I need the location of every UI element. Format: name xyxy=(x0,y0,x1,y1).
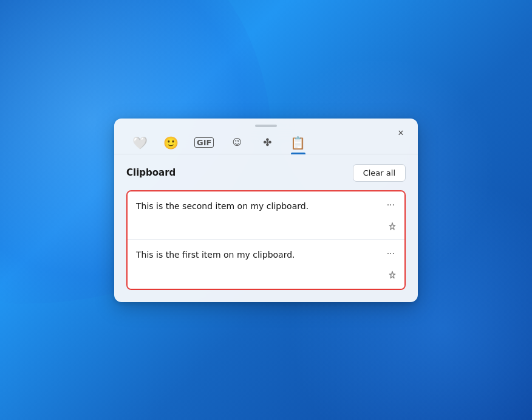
clipboard-items-container: This is the second item on my clipboard.… xyxy=(126,190,406,290)
clipboard-item-2[interactable]: This is the second item on my clipboard.… xyxy=(128,191,404,240)
clipboard-item-2-more-button[interactable]: ··· xyxy=(384,199,397,211)
clipboard-item-1-more-button[interactable]: ··· xyxy=(384,247,397,260)
emoji-picker-panel: × 🤍 🙂 GIF 😉 ✤ 📋 Clipboard Clear all xyxy=(114,119,418,302)
tab-emoji[interactable]: 🙂 xyxy=(157,133,185,154)
clipboard-title: Clipboard xyxy=(126,167,176,178)
clipboard-item-2-actions: ··· xyxy=(384,199,397,234)
emoji-icon: 🙂 xyxy=(163,137,179,149)
drag-handle-bar xyxy=(255,125,277,127)
clipboard-item-1-actions: ··· xyxy=(384,247,397,283)
tab-kaomoji[interactable]: 😉 xyxy=(223,134,250,152)
tab-clipboard[interactable]: 📋 xyxy=(284,133,312,154)
clipboard-item-1-text: This is the first item on my clipboard. xyxy=(136,249,396,261)
tab-gif[interactable]: GIF xyxy=(188,134,220,153)
drag-handle[interactable] xyxy=(114,119,418,131)
tab-symbols[interactable]: ✤ xyxy=(254,134,281,153)
clipboard-item-2-pin-icon[interactable] xyxy=(387,222,397,234)
clipboard-icon: 📋 xyxy=(290,137,305,149)
clipboard-item-2-text: This is the second item on my clipboard. xyxy=(136,200,396,213)
clear-all-button[interactable]: Clear all xyxy=(353,164,406,182)
clipboard-item-1[interactable]: This is the first item on my clipboard. … xyxy=(128,240,404,289)
clipboard-section: Clipboard Clear all This is the second i… xyxy=(114,154,418,302)
symbols-icon: ✤ xyxy=(263,137,271,148)
tab-stickers[interactable]: 🤍 xyxy=(126,133,154,154)
gif-icon: GIF xyxy=(194,137,214,148)
close-button[interactable]: × xyxy=(392,125,409,142)
clipboard-header: Clipboard Clear all xyxy=(126,164,406,182)
clipboard-item-1-pin-icon[interactable] xyxy=(387,270,397,283)
stickers-icon: 🤍 xyxy=(132,137,148,149)
tab-bar: 🤍 🙂 GIF 😉 ✤ 📋 xyxy=(114,131,418,154)
kaomoji-icon: 😉 xyxy=(233,138,242,147)
